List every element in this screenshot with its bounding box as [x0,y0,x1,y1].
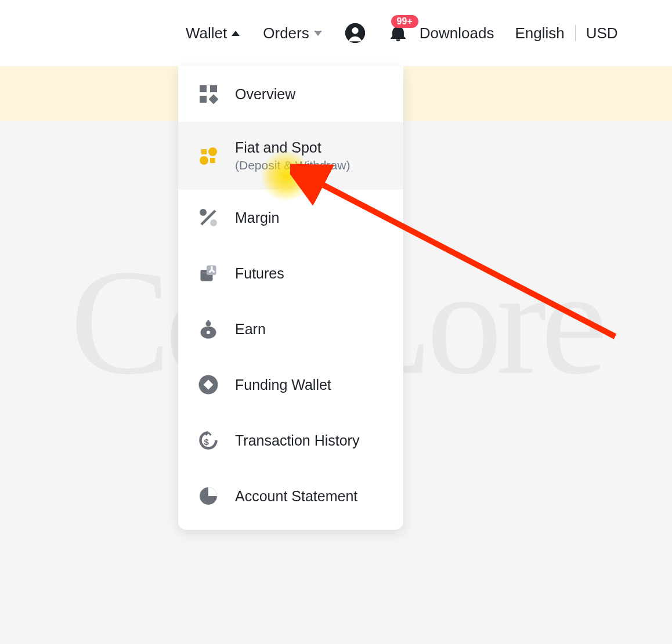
caret-down-icon [314,31,322,36]
svg-text:$: $ [204,437,209,447]
svg-point-7 [200,156,208,165]
downloads-link[interactable]: Downloads [420,24,494,42]
svg-rect-3 [210,85,217,92]
orders-menu[interactable]: Orders [263,24,321,42]
dropdown-item-account-statement[interactable]: Account Statement [178,468,403,524]
dropdown-item-futures[interactable]: Futures [178,245,403,301]
dropdown-item-margin[interactable]: Margin [178,190,403,245]
dropdown-item-transaction-history[interactable]: $ Transaction History [178,413,403,468]
dropdown-label: Account Statement [235,488,357,505]
dropdown-item-earn[interactable]: Earn [178,301,403,357]
svg-rect-14 [208,320,209,323]
dropdown-item-funding-wallet[interactable]: Funding Wallet [178,357,403,413]
earn-icon [198,319,219,339]
svg-rect-4 [200,96,207,103]
svg-rect-2 [200,85,207,92]
futures-icon [198,263,219,284]
dropdown-label: Earn [235,321,266,338]
svg-point-6 [208,147,217,156]
dropdown-label: Overview [235,86,295,103]
dropdown-label: Fiat and Spot [235,139,350,156]
svg-rect-5 [209,95,219,104]
dropdown-label: Margin [235,209,279,226]
account-statement-icon [198,486,219,506]
dropdown-item-overview[interactable]: Overview [178,66,403,122]
account-icon[interactable] [345,23,365,43]
transaction-history-icon: $ [198,430,219,451]
dropdown-label: Futures [235,265,284,282]
dropdown-sub-label: (Deposit & Withdraw) [235,158,350,172]
overview-icon [198,84,219,104]
dropdown-label: Transaction History [235,432,359,449]
currency-selector[interactable]: USD [586,24,618,42]
dropdown-label: Funding Wallet [235,377,331,393]
wallet-label: Wallet [186,24,227,42]
svg-point-1 [352,27,358,34]
fiat-spot-icon [198,146,219,167]
svg-point-9 [210,219,217,226]
language-selector[interactable]: English [515,24,564,42]
svg-point-8 [200,209,207,216]
wallet-menu[interactable]: Wallet [186,24,240,42]
orders-label: Orders [263,24,309,42]
separator [575,25,576,41]
margin-icon [198,207,219,228]
funding-wallet-icon [198,374,219,395]
caret-up-icon [232,31,240,36]
dropdown-item-fiat-and-spot[interactable]: Fiat and Spot (Deposit & Withdraw) [178,122,403,190]
notifications-button[interactable]: 99+ [388,23,408,43]
top-navigation-bar: Wallet Orders 99+ Downloads English USD [0,0,672,66]
wallet-dropdown: Overview Fiat and Spot (Deposit & Withdr… [178,66,403,530]
notification-badge: 99+ [391,15,418,28]
svg-point-15 [207,331,210,334]
